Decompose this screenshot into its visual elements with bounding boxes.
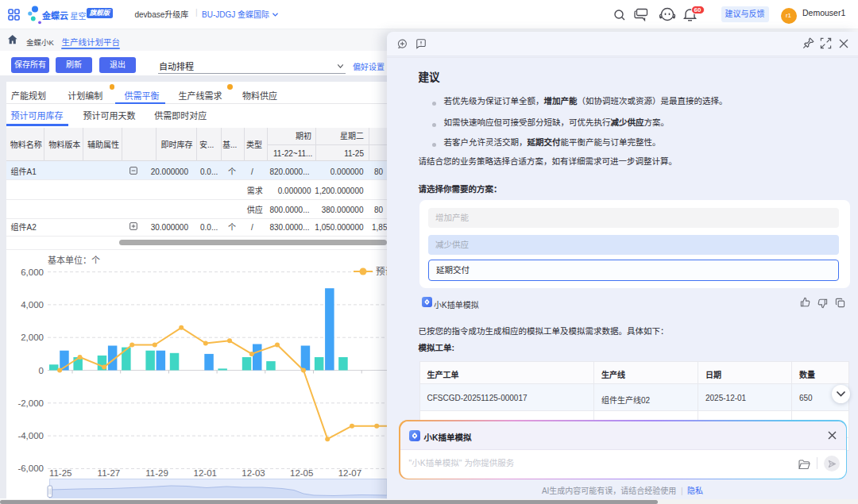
svg-text:12-01: 12-01 (194, 468, 217, 478)
svg-text:4,000: 4,000 (21, 300, 44, 310)
svg-text:11-27: 11-27 (98, 468, 121, 478)
svg-text:12-07: 12-07 (338, 468, 361, 478)
svg-text:-6,000: -6,000 (17, 464, 44, 473)
svg-text:-4,000: -4,000 (17, 431, 44, 441)
svg-text:6,000: 6,000 (21, 267, 44, 277)
svg-text:2,000: 2,000 (21, 333, 44, 342)
svg-text:11-25: 11-25 (49, 468, 72, 478)
svg-text:12-05: 12-05 (290, 468, 313, 478)
svg-text:12-03: 12-03 (242, 468, 265, 478)
svg-text:11-29: 11-29 (145, 468, 168, 478)
svg-text:0: 0 (39, 366, 44, 375)
svg-text:预计可: 预计可 (376, 267, 387, 276)
svg-text:基本单位：个: 基本单位：个 (48, 255, 100, 265)
svg-text:-2,000: -2,000 (17, 398, 44, 408)
